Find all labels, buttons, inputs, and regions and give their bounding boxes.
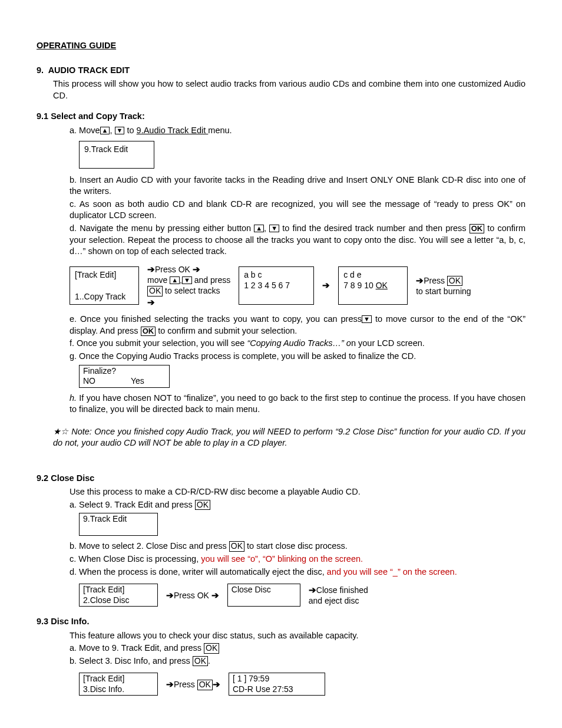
section-9-3-intro: This feature allows you to check your di… bbox=[70, 630, 525, 642]
down-icon: ▼ bbox=[182, 276, 192, 284]
step-9-1-a: a. Move▲, ▼ to 9.Audio Track Edit menu. bbox=[70, 125, 525, 137]
lcd-track-edit: 9.Track Edit bbox=[79, 141, 154, 168]
step-9-3-b: b. Select 3. Disc Info, and press OK. bbox=[70, 655, 525, 667]
note-9-1: ★☆ Note: Once you finished copy Audio Tr… bbox=[53, 426, 525, 449]
step-9-1-g: g. Once the Copying Audio Tracks process… bbox=[70, 351, 525, 363]
flow-9-3: [Track Edit] 3.Disc Info. ➔Press OK➔ [ 1… bbox=[79, 673, 525, 696]
down-icon: ▼ bbox=[115, 127, 125, 134]
step-9-1-d: d. Navigate the menu by pressing either … bbox=[70, 223, 525, 258]
up-icon: ▲ bbox=[170, 276, 180, 284]
up-icon: ▲ bbox=[100, 127, 110, 134]
page-title: OPERATING GUIDE bbox=[37, 40, 525, 52]
step-9-2-d: d. When the process is done, writer will… bbox=[70, 566, 525, 578]
flow-9-1: [Track Edit] 1..Copy Track ➔Press OK ➔ m… bbox=[70, 263, 525, 308]
lcd-track-edit-92: 9.Track Edit bbox=[79, 513, 158, 536]
down-icon: ▼ bbox=[269, 225, 279, 232]
up-icon: ▲ bbox=[254, 225, 264, 232]
step-9-1-h: h. If you have chosen NOT to “finalize”,… bbox=[70, 393, 525, 416]
step-9-1-c: c. As soon as both audio CD and blank CD… bbox=[70, 199, 525, 222]
flow-9-2: [Track Edit] 2.Close Disc ➔Press OK ➔ Cl… bbox=[79, 584, 525, 607]
ok-button-label: OK bbox=[470, 224, 485, 233]
star-icon: ★☆ bbox=[53, 427, 69, 436]
step-9-1-e: e. Once you finished selecting the track… bbox=[70, 314, 525, 337]
section-9-3-heading: 9.3 Disc Info. bbox=[37, 616, 525, 628]
step-9-2-c: c. When Close Disc is processing, you wi… bbox=[70, 554, 525, 565]
step-9-2-a: a. Select 9. Track Edit and press OK bbox=[70, 499, 525, 511]
section-9-1-heading: 9.1 Select and Copy Track: bbox=[37, 111, 525, 123]
step-9-2-b: b. Move to select 2. Close Disc and pres… bbox=[70, 541, 525, 552]
down-icon: ▼ bbox=[362, 315, 372, 323]
step-9-1-f: f. Once you submit your selection, you w… bbox=[70, 338, 525, 350]
section-9-2-intro: Use this process to make a CD-R/CD-RW di… bbox=[70, 486, 525, 498]
section-9-intro: This process will show you how to select… bbox=[53, 78, 525, 101]
section-9-2-heading: 9.2 Close Disc bbox=[37, 473, 525, 485]
step-9-1-b: b. Insert an Audio CD with your favorite… bbox=[70, 174, 525, 197]
lcd-finalize: Finalize? NOYes bbox=[79, 365, 170, 388]
step-9-3-a: a. Move to 9. Track Edit, and press OK bbox=[70, 643, 525, 654]
section-9-heading: 9. AUDIO TRACK EDIT bbox=[37, 65, 525, 77]
